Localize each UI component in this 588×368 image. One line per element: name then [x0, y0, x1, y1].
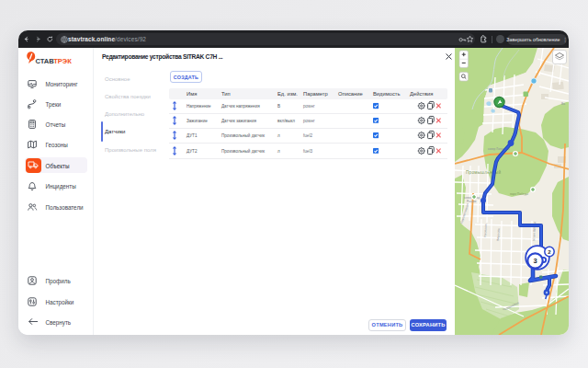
svg-text:3: 3: [533, 257, 537, 265]
svg-text:СТАВТРЭК: СТАВТРЭК: [36, 57, 73, 65]
svg-text:Роговская: Роговская: [483, 224, 488, 237]
svg-text:России: России: [467, 200, 476, 203]
svg-text:Пирогова: Пирогова: [496, 228, 501, 241]
svg-text:Ва: Ва: [561, 102, 565, 106]
svg-text:парк Победы: парк Победы: [510, 192, 529, 196]
